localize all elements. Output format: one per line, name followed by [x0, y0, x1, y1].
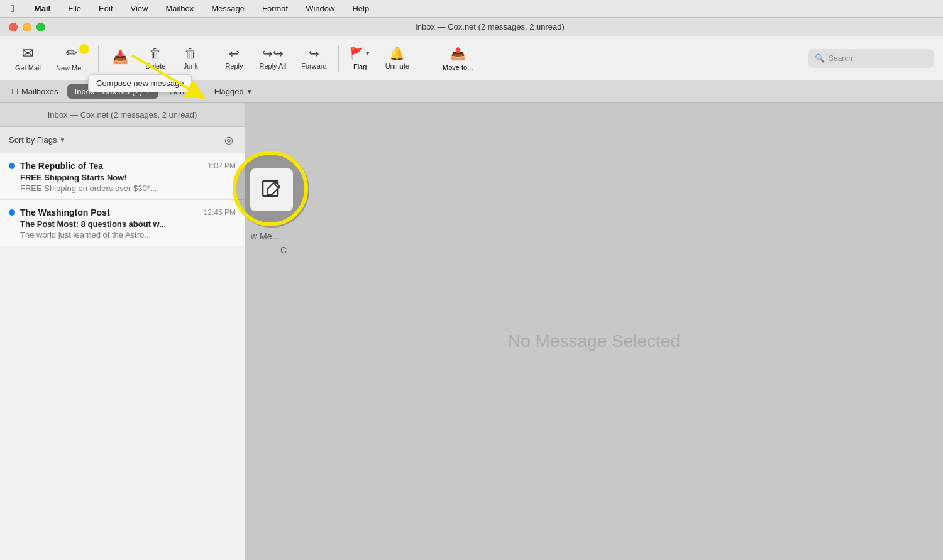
mail-item[interactable]: The Republic of Tea 1:02 PM FREE Shippin… [0, 153, 245, 200]
sender-name-1: The Republic of Tea [20, 161, 103, 171]
mail-time-1: 1:02 PM [207, 162, 236, 170]
mail-preview-2: The world just learned of the Astro... [20, 230, 236, 239]
close-button[interactable] [9, 23, 18, 31]
flag-dropdown-arrow[interactable]: ▼ [365, 50, 371, 57]
delete-button[interactable]: 🗑 Delete [139, 40, 172, 77]
forward-icon: ↪ [309, 47, 319, 60]
sender-name-2: The Washington Post [20, 207, 110, 217]
menu-message[interactable]: Message [208, 3, 248, 14]
yellow-dot-indicator [79, 44, 89, 54]
unmute-button[interactable]: 🔔 Unmute [379, 40, 416, 77]
toolbar-separator-2 [212, 45, 212, 72]
filter-icon-button[interactable]: ◎ [222, 131, 236, 148]
sort-chevron-icon: ▼ [60, 136, 66, 143]
flag-label: Flag [353, 63, 367, 70]
get-mail-icon: ✉ [22, 45, 33, 62]
mailboxes-label: Mailboxes [21, 87, 58, 96]
search-box[interactable]: 🔍 Search [808, 49, 934, 68]
mail-sender-1: The Republic of Tea [9, 161, 103, 171]
sort-bar: Sort by Flags ▼ ◎ [0, 127, 245, 153]
toolbar-separator-3 [338, 45, 339, 72]
sort-button[interactable]: Sort by Flags ▼ [9, 135, 66, 145]
mail-item-2[interactable]: The Washington Post 12:45 PM The Post Mo… [0, 200, 245, 246]
mail-subject-2: The Post Most: 8 questions about w... [20, 219, 236, 229]
move-icon-area: 📤 [450, 46, 466, 61]
left-panel: Inbox — Cox.net (2 messages, 2 unread) S… [0, 103, 245, 560]
minimize-button[interactable] [23, 23, 31, 31]
reply-all-label: Reply All [259, 62, 286, 70]
delete-label: Delete [146, 62, 166, 70]
unmute-label: Unmute [385, 62, 410, 70]
unmute-icon: 🔔 [389, 47, 405, 60]
apple-menu[interactable]:  [8, 2, 18, 16]
flagged-tab-label: Flagged [214, 87, 244, 96]
junk-icon: 🗑 [184, 47, 197, 60]
mail-item-header-1: The Republic of Tea 1:02 PM [9, 161, 236, 171]
get-mail-label: Get Mail [15, 64, 41, 72]
maximize-button[interactable] [36, 23, 45, 31]
mail-subject-1: FREE Shipping Starts Now! [20, 173, 236, 182]
menu-help[interactable]: Help [349, 3, 372, 14]
new-message-label: New Me... [56, 64, 87, 72]
mailboxes-checkbox-icon: ☐ [11, 87, 18, 96]
menu-bar:  Mail File Edit View Mailbox Message Fo… [0, 0, 943, 18]
tab-inbox[interactable]: Inbox - Cox.net (2) ▼ [67, 84, 159, 99]
menu-mail[interactable]: Mail [31, 3, 53, 14]
title-bar: Inbox — Cox.net (2 messages, 2 unread) [0, 18, 943, 36]
sent-tab-label: Sent [170, 87, 187, 96]
search-icon: 🔍 [815, 53, 825, 63]
no-message-text: No Message Selected [508, 331, 680, 351]
move-icon: 📤 [450, 46, 466, 61]
content-area: Inbox — Cox.net (2 messages, 2 unread) S… [0, 103, 943, 560]
mail-preview-1: FREE Shipping on orders over $30*... [20, 184, 236, 193]
menu-format[interactable]: Format [259, 3, 291, 14]
mail-item-header-2: The Washington Post 12:45 PM [9, 207, 236, 217]
sent-dropdown-arrow[interactable]: ▼ [189, 88, 196, 95]
inbox-subheader: Inbox — Cox.net (2 messages, 2 unread) [0, 103, 245, 127]
compose-svg-icon [260, 178, 283, 201]
window-title: Inbox — Cox.net (2 messages, 2 unread) [45, 22, 934, 31]
compose-button[interactable]: ✏︎ New Me... [50, 40, 94, 77]
inbox-tab-label: Inbox - Cox.net (2) [75, 87, 143, 96]
reply-button[interactable]: ↩ Reply [218, 40, 250, 77]
menu-edit[interactable]: Edit [96, 3, 116, 14]
inbox-dropdown-arrow[interactable]: ▼ [145, 88, 151, 95]
forward-button[interactable]: ↪ Forward [295, 40, 333, 77]
tab-sent[interactable]: Sent ▼ [162, 84, 203, 99]
junk-label: Junk [184, 62, 198, 70]
tabs-bar: ☐ Mailboxes Inbox - Cox.net (2) ▼ Sent ▼… [0, 80, 943, 103]
archive-icon: 📥 [113, 51, 128, 63]
inbox-subheader-text: Inbox — Cox.net (2 messages, 2 unread) [48, 110, 197, 119]
filter-icon: ◎ [224, 135, 233, 145]
flag-icon: 🚩 [350, 47, 363, 60]
compose-zoom-circle [234, 152, 309, 228]
menu-file[interactable]: File [65, 3, 84, 14]
delete-icon: 🗑 [149, 47, 162, 60]
reply-all-button[interactable]: ↪↪ Reply All [253, 40, 292, 77]
flag-button-group[interactable]: 🚩 ▼ Flag [344, 40, 377, 77]
reply-icon: ↩ [229, 47, 240, 60]
mail-sender-2: The Washington Post [9, 207, 110, 217]
mailboxes-button[interactable]: ☐ Mailboxes [6, 84, 63, 99]
archive-button[interactable]: 📥 [104, 40, 136, 77]
junk-button[interactable]: 🗑 Junk [174, 40, 207, 77]
reply-label: Reply [225, 62, 243, 70]
compose-zoom-icon [250, 168, 293, 211]
reply-all-icon: ↪↪ [262, 47, 284, 60]
toolbar-separator-4 [421, 45, 421, 72]
toolbar-separator-1 [98, 45, 99, 72]
move-button[interactable]: 📤 Move to... [426, 40, 489, 77]
toolbar: ✉ Get Mail ✏︎ New Me... 📥 🗑 Delete 🗑 Jun… [0, 36, 943, 80]
flagged-dropdown-arrow[interactable]: ▼ [246, 88, 253, 95]
search-placeholder: Search [829, 54, 852, 63]
get-mail-button[interactable]: ✉ Get Mail [9, 40, 47, 77]
compose-icon: ✏︎ [66, 45, 77, 62]
right-panel: No Message Selected [245, 103, 943, 560]
menu-view[interactable]: View [128, 3, 152, 14]
tab-flagged[interactable]: Flagged ▼ [207, 84, 260, 99]
move-label: Move to... [443, 63, 473, 71]
menu-window[interactable]: Window [302, 3, 338, 14]
mail-time-2: 12:45 PM [204, 208, 236, 217]
menu-mailbox[interactable]: Mailbox [162, 3, 197, 14]
unread-dot-2 [9, 209, 15, 216]
